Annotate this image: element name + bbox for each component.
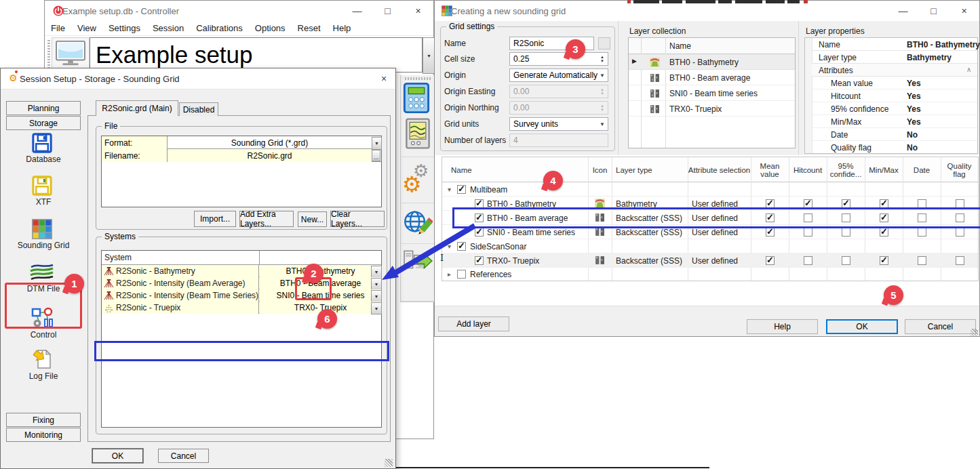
menu-calibrations[interactable]: Calibrations (190, 21, 249, 35)
attr-checkbox[interactable] (918, 228, 926, 237)
list-item[interactable]: TRX0- Truepix (629, 101, 795, 117)
property-row[interactable]: 95% confidence Yes (812, 102, 977, 115)
group-checkbox[interactable] (457, 270, 466, 279)
sidebar-item-control[interactable]: Control (6, 330, 81, 340)
close-button[interactable]: × (949, 1, 979, 21)
side-toolbar-grip[interactable] (405, 77, 431, 80)
attr-checkbox[interactable] (842, 256, 850, 265)
settings-gears-button[interactable]: ⚙ ⚙ (402, 159, 433, 200)
property-row[interactable]: Hitcount Yes (812, 89, 977, 102)
menu-settings[interactable]: Settings (102, 21, 146, 35)
sidebar-item-database[interactable]: Database (6, 155, 81, 164)
sidebar-item-planning[interactable]: Planning (6, 101, 81, 115)
spinner-arrows[interactable]: ▲▼ (597, 54, 607, 64)
table-row-group[interactable]: ▸ References (442, 268, 978, 281)
sidebar-item-storage[interactable]: Storage (6, 116, 81, 130)
tab-disabled[interactable]: Disabled (179, 102, 218, 116)
sidebar-item-fixing[interactable]: Fixing (6, 413, 81, 427)
attr-checkbox[interactable] (956, 256, 964, 265)
attr-checkbox[interactable] (880, 228, 888, 237)
minimize-button[interactable]: — (888, 1, 918, 21)
browse-button[interactable]: ... (372, 150, 380, 161)
format-dropdown-button[interactable] (372, 137, 382, 150)
row-checkbox[interactable] (475, 256, 484, 265)
cell-size-spinner[interactable]: 0.25 ▲▼ (509, 52, 608, 66)
system-row[interactable]: R2Sonic - Bathymetry BTH0 - Bathymetry (102, 265, 381, 277)
ok-button[interactable]: OK (92, 449, 143, 463)
expand-arrow-icon[interactable]: ▸ (448, 270, 451, 278)
help-button[interactable]: Help (747, 319, 818, 334)
col-header-quality-flag[interactable]: Quality flag (941, 157, 978, 182)
geodesy-edit-button[interactable] (403, 205, 433, 242)
menu-reset[interactable]: Reset (292, 21, 327, 35)
tab-main[interactable]: R2Sonic.grd (Main) (96, 100, 178, 116)
col-header-name[interactable]: Name (442, 157, 597, 182)
col-header-hitcount[interactable]: Hitcount (789, 157, 827, 182)
table-row-group[interactable]: ▾ Multibeam (442, 182, 978, 197)
filename-value[interactable]: R2Sonic.grd (168, 149, 372, 162)
attr-checkbox[interactable] (766, 256, 775, 265)
export-data-button[interactable] (403, 247, 433, 277)
attr-checkbox[interactable] (956, 228, 964, 237)
grid-units-dropdown[interactable]: Survey units▼ (509, 117, 608, 131)
expand-arrow-icon[interactable]: ▾ (448, 243, 451, 250)
name-extra-button[interactable] (598, 37, 610, 49)
resize-grip[interactable] (971, 329, 978, 336)
list-item[interactable]: ▶ BTH0 - Bathymetry (629, 54, 795, 70)
group-checkbox[interactable] (457, 242, 466, 251)
list-item[interactable]: SNI0 - Beam time series (629, 85, 795, 101)
table-row-group[interactable]: ▾ SideScanSonar (442, 239, 978, 253)
layer-dropdown-button[interactable] (371, 290, 382, 302)
col-header-95-confidence[interactable]: 95% confide... (827, 157, 865, 182)
sounder-display-button[interactable] (405, 117, 431, 152)
sidebar-item-log-file[interactable]: Log File (6, 371, 81, 381)
property-row[interactable]: Mean value Yes (812, 77, 977, 89)
resize-grip[interactable] (385, 459, 393, 467)
property-row[interactable]: Min/Max Yes (812, 115, 977, 128)
menu-view[interactable]: View (71, 21, 102, 35)
list-item[interactable]: BTH0 - Beam average (629, 70, 795, 85)
attr-checkbox[interactable] (804, 228, 812, 237)
sidebar-item-monitoring[interactable]: Monitoring (6, 428, 81, 442)
col-header-min-max[interactable]: Min/Max (865, 157, 903, 182)
format-value[interactable]: Sounding Grid (*.grd) (168, 136, 372, 149)
layer-dropdown-button[interactable] (371, 266, 382, 278)
sidebar-item-sounding-grid[interactable]: Sounding Grid (6, 241, 81, 250)
maximize-button[interactable]: □ (918, 1, 949, 21)
origin-dropdown[interactable]: Generate Automatically▼ (509, 68, 608, 82)
property-row[interactable]: Layer type Bathymetry (812, 51, 977, 64)
col-header-date[interactable]: Date (903, 157, 941, 182)
attr-checkbox[interactable] (766, 228, 775, 237)
collapse-chevron-icon[interactable]: ∧ (966, 66, 971, 73)
clear-layers-button[interactable]: Clear Layers... (330, 211, 385, 227)
menu-help[interactable]: Help (327, 21, 357, 35)
row-checkbox[interactable] (475, 228, 484, 237)
system-row[interactable]: R2Sonic - Truepix TRX0- Truepix (102, 302, 381, 314)
cancel-button[interactable]: Cancel (905, 319, 976, 334)
ok-button[interactable]: OK (826, 319, 898, 334)
col-header-attribute-selection[interactable]: Attribute selection (688, 157, 751, 182)
property-row[interactable]: Name BTH0 - Bathymetry (812, 38, 977, 51)
new-button[interactable]: New... (298, 211, 327, 227)
layer-dropdown-button[interactable] (371, 302, 382, 314)
minimize-button[interactable]: — (342, 1, 372, 21)
attr-checkbox[interactable] (804, 256, 812, 265)
maximize-button[interactable]: □ (372, 1, 403, 21)
col-header-layer-type[interactable]: Layer type (612, 157, 692, 182)
cancel-button[interactable]: Cancel (158, 449, 209, 463)
add-layer-button[interactable]: Add layer (438, 317, 509, 331)
sidebar-item-xtf[interactable]: XTF (6, 197, 81, 207)
attributes-section-header[interactable]: Attributes ∧ (812, 64, 977, 77)
property-row[interactable]: Quality flag No (812, 141, 977, 153)
layer-dropdown-button[interactable] (371, 278, 382, 290)
col-header-mean-value[interactable]: Mean value (751, 157, 789, 182)
menu-session[interactable]: Session (146, 21, 190, 35)
close-button[interactable]: × (403, 1, 433, 21)
attr-checkbox[interactable] (918, 256, 926, 265)
import-button[interactable]: Import... (194, 211, 236, 227)
echosounder-settings-button[interactable] (403, 82, 430, 117)
col-header-icon[interactable]: Icon (588, 157, 612, 182)
table-row[interactable]: TRX0- Truepix Backscatter (SSS) User def… (442, 253, 978, 268)
menu-options[interactable]: Options (249, 21, 292, 35)
system-row[interactable]: R2Sonic - Intensity (Beam Average) BTH0 … (102, 277, 381, 289)
